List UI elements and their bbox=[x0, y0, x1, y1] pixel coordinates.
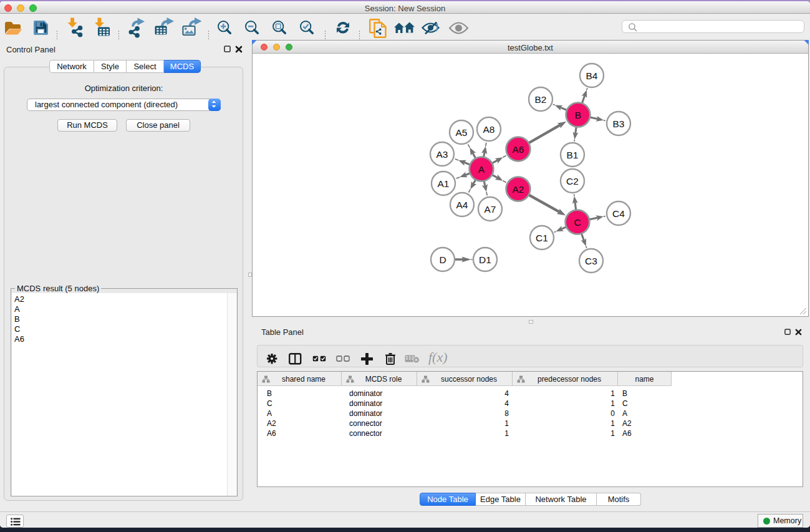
svg-text:C: C bbox=[574, 217, 581, 228]
svg-text:A5: A5 bbox=[456, 127, 468, 138]
svg-text:B1: B1 bbox=[567, 150, 579, 160]
svg-text:D1: D1 bbox=[479, 254, 491, 265]
svg-text:A8: A8 bbox=[483, 124, 495, 135]
svg-text:B: B bbox=[575, 110, 581, 120]
svg-text:A7: A7 bbox=[485, 204, 496, 215]
svg-text:A1: A1 bbox=[438, 178, 450, 189]
svg-text:D: D bbox=[439, 254, 446, 265]
svg-text:C4: C4 bbox=[612, 208, 625, 219]
svg-text:A3: A3 bbox=[436, 149, 448, 160]
svg-text:A2: A2 bbox=[513, 184, 524, 195]
svg-text:B2: B2 bbox=[535, 94, 547, 105]
svg-text:B4: B4 bbox=[586, 70, 598, 81]
svg-text:A4: A4 bbox=[456, 200, 468, 210]
svg-text:A: A bbox=[478, 164, 485, 175]
svg-text:A6: A6 bbox=[513, 144, 524, 155]
svg-text:C3: C3 bbox=[585, 256, 597, 266]
svg-text:B3: B3 bbox=[613, 118, 625, 129]
svg-text:C1: C1 bbox=[536, 233, 548, 243]
svg-text:C2: C2 bbox=[566, 176, 579, 186]
